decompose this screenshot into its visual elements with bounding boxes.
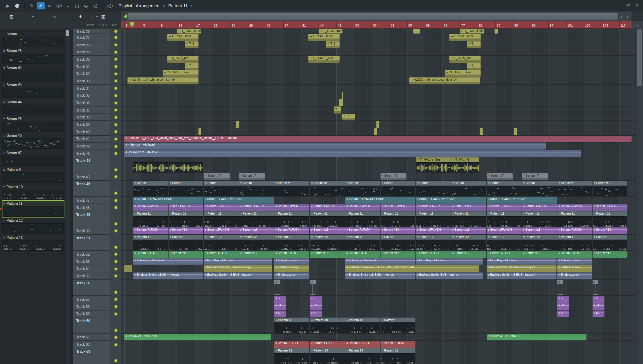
clip-sample[interactable]: ↦ bbox=[334, 106, 341, 113]
clip-auto[interactable]: ∂Serum..LAYER bbox=[416, 204, 451, 211]
track-lane[interactable]: ∂Serum..UTOFF∂Serum #12∂Serum..UTOFF∂Ser… bbox=[121, 251, 643, 258]
clip-audio[interactable] bbox=[169, 157, 203, 173]
track-lane[interactable]: ≡Pattern 12≡Pattern 12≡Pattern 12≡Patter… bbox=[121, 235, 643, 251]
track-lane[interactable]: ∂EchoBoy - Mix level∂EchoBoy - Mix level… bbox=[121, 258, 643, 265]
clip-auto[interactable]: ∂Serum #12 bbox=[451, 251, 486, 258]
clip-auto[interactable]: ∂EchoBoy - Mix level bbox=[345, 258, 416, 265]
track-header[interactable]: Track 51 bbox=[73, 235, 121, 251]
track-mute-led[interactable] bbox=[114, 80, 117, 82]
clip-sample[interactable]: ↦NOIZU_125_whit..oise_riser_04 bbox=[128, 78, 198, 84]
clip-pattern[interactable]: ≡Pattern 12 bbox=[381, 235, 415, 250]
clip-muted[interactable]: ×Serum #7 bbox=[487, 173, 513, 180]
draw-icon[interactable]: ✎ bbox=[28, 2, 36, 9]
track-mute-led[interactable] bbox=[114, 30, 117, 33]
clip-pattern[interactable]: ≡Pattern 12 bbox=[416, 235, 451, 250]
add-pattern-button[interactable]: + bbox=[30, 354, 33, 360]
track-header[interactable]: Track 43 bbox=[73, 150, 121, 157]
maximize-button[interactable]: □ bbox=[627, 3, 629, 8]
track-lane[interactable] bbox=[121, 92, 643, 99]
clip-auto[interactable]: ∂Serum...LAYER bbox=[239, 204, 274, 211]
pattern-item-pattern-13[interactable]: ≡Pattern 13 bbox=[3, 235, 64, 252]
clip-auto[interactable]: ∂Serum #13 bbox=[381, 227, 415, 234]
clip-auto[interactable]: ∂FabFilt..2 Freq bbox=[557, 265, 592, 272]
clip-auto[interactable]: ∂S.. bbox=[557, 310, 569, 317]
clip-pattern[interactable]: ≡Pattern 10 bbox=[274, 318, 309, 334]
track-header[interactable]: Track 39 bbox=[73, 121, 121, 128]
zoom-icon[interactable]: ◎ bbox=[82, 2, 90, 9]
track-header[interactable]: Track 49 bbox=[73, 211, 121, 227]
clip-auto[interactable]: ∂EchoBoy - Mix level bbox=[133, 258, 203, 265]
pattern-item-pattern-12[interactable]: ≡Pattern 12 bbox=[3, 218, 64, 235]
clip-auto[interactable]: ∂Serum...LAYER bbox=[557, 204, 592, 211]
track-lane[interactable] bbox=[121, 121, 643, 128]
pattern-item-serum-7[interactable]: ≡Serum #7 bbox=[3, 150, 64, 167]
clip-pattern[interactable]: ≡Pattern 13 bbox=[274, 348, 309, 364]
clip-auto[interactable]: ∂Serum...LAYER bbox=[345, 204, 380, 211]
clip-mini[interactable] bbox=[514, 128, 517, 135]
pattern-item-serum-3[interactable]: ≡Serum #3 bbox=[3, 82, 64, 99]
track-mute-led[interactable] bbox=[114, 274, 117, 278]
track-lane[interactable]: ∂Balance - T_HV1_123_vocal_hook_loop_wet… bbox=[121, 136, 643, 142]
playhead-marker-icon[interactable] bbox=[130, 22, 134, 27]
clip-auto[interactable]: ∂Serum #13 bbox=[169, 227, 203, 234]
track-mute-led[interactable] bbox=[114, 192, 117, 195]
clip-auto[interactable]: ∂Serum...LAYER bbox=[487, 204, 522, 211]
track-mute-led[interactable] bbox=[114, 260, 117, 263]
track-lane[interactable]: ∂S..∂S..∂S..∂S.. bbox=[121, 296, 643, 303]
clip-auto[interactable]: ∂EchoBoy - Mix level bbox=[204, 258, 272, 265]
link-icon[interactable]: ∞ bbox=[51, 12, 59, 20]
track-lane[interactable] bbox=[121, 99, 643, 106]
clip-stub[interactable]: ⊟ bbox=[592, 280, 598, 296]
clip-pattern[interactable]: ≡Pattern 11 bbox=[381, 211, 415, 227]
track-header[interactable]: Track 48 bbox=[73, 204, 121, 211]
clip-auto[interactable]: ∂S.. bbox=[557, 296, 569, 303]
clip-auto[interactable]: ∂FabFilter Simplon - BASS BUS - Filter 2… bbox=[345, 265, 480, 272]
track-mute-led[interactable] bbox=[114, 116, 117, 119]
clip-mini[interactable] bbox=[124, 265, 132, 272]
clip-sample[interactable]: ↦T..ll bbox=[185, 41, 198, 48]
track-mute-led[interactable] bbox=[114, 336, 117, 339]
clip-pattern[interactable]: ≡Pattern 11 bbox=[522, 211, 557, 227]
speaker-icon[interactable]: ◁)) bbox=[106, 2, 114, 9]
clip-pattern[interactable]: ≡Pattern 12 bbox=[592, 235, 627, 250]
select-icon[interactable]: ▢ bbox=[73, 2, 81, 9]
clip-mini[interactable] bbox=[377, 121, 379, 128]
picker-scrollbar[interactable] bbox=[64, 29, 70, 364]
track-mute-led[interactable] bbox=[114, 65, 117, 68]
track-lane[interactable]: ≡Pattern 11≡Pattern 11≡Pattern 11≡Patter… bbox=[121, 211, 643, 227]
track-mute-led[interactable] bbox=[114, 246, 117, 249]
clip-auto[interactable]: ∂Serum #12 bbox=[169, 251, 203, 258]
clip-auto[interactable]: ∂Endles..tensit bbox=[274, 272, 309, 280]
pattern-item-serum-4[interactable]: ≡Serum #4 bbox=[3, 99, 64, 116]
clip-pattern[interactable]: ≡Pattern 11 bbox=[169, 211, 203, 227]
clip-pattern[interactable]: ≡Serum bbox=[451, 181, 486, 196]
clip-auto[interactable]: ∂Serum #12 bbox=[381, 251, 415, 258]
track-header[interactable]: Track 61 bbox=[73, 334, 121, 341]
clip-audio[interactable]: ↦T_HV1..e_Gm bbox=[416, 157, 451, 173]
track-lane[interactable]: ∂Serum - LONG RELEASE∂Serum - LONG RELEA… bbox=[121, 197, 643, 204]
playback-icon[interactable]: ◁) bbox=[91, 2, 99, 9]
vertical-scrollbar-thumb[interactable] bbox=[637, 30, 642, 86]
clip-auto[interactable]: ∂Serum..LAYER bbox=[274, 204, 309, 211]
clip-auto[interactable]: ∂Endles..tensit bbox=[557, 272, 592, 280]
clip-auto[interactable]: ∂Serum..LAYER bbox=[310, 204, 345, 211]
clip-auto[interactable]: ∂Serum #13 bbox=[310, 227, 345, 234]
track-header[interactable]: Track 59 bbox=[73, 310, 121, 318]
track-header[interactable]: Track 42 bbox=[73, 143, 121, 150]
track-mute-led[interactable] bbox=[114, 253, 117, 256]
clip-pattern[interactable]: ≡Pattern 12 bbox=[274, 235, 309, 250]
track-header[interactable]: Track 32 bbox=[73, 70, 121, 78]
clip-sample[interactable]: ↦T..ll bbox=[326, 41, 340, 48]
clip-auto[interactable]: ∂Serum..UTOFF bbox=[345, 251, 380, 258]
clip-pattern[interactable]: ≡Serum bbox=[133, 181, 168, 196]
track-header[interactable]: Track 50 bbox=[73, 227, 121, 234]
track-lane[interactable]: ↦TL_TFX..._Dive↦TL_TFX..._Dive bbox=[121, 70, 643, 78]
track-mute-led[interactable] bbox=[114, 87, 117, 90]
clip-pattern[interactable]: ≡Serum bbox=[239, 181, 274, 196]
clip-auto[interactable]: ∂Serum #12 bbox=[239, 251, 274, 258]
paint-icon[interactable]: ✐ bbox=[37, 2, 45, 9]
track-lane[interactable]: ∂Serum...LAYER∂Seru..LAYER∂Serum...LAYER… bbox=[121, 204, 643, 211]
clip-muted[interactable]: ×Serum #7 bbox=[239, 173, 265, 180]
clip-auto[interactable]: ∂S.. bbox=[310, 296, 322, 303]
clip-pattern[interactable]: ≡Pattern 12 bbox=[345, 235, 380, 250]
